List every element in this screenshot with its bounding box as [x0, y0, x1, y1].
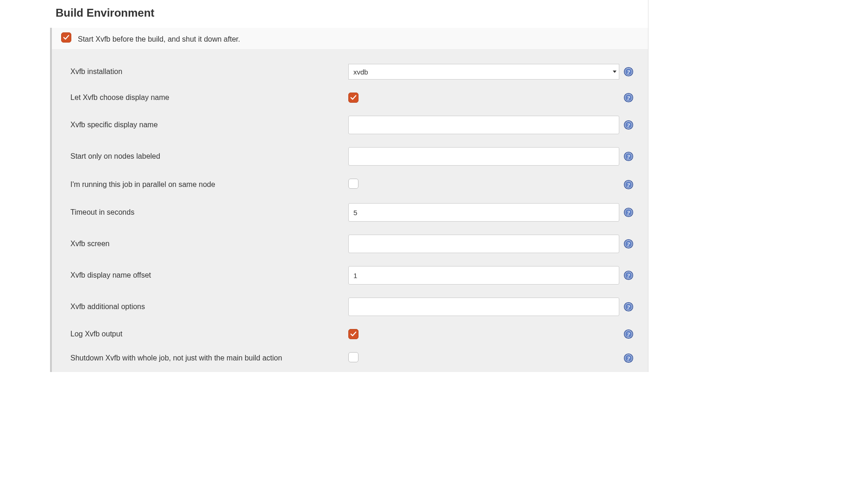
label-log-output: Log Xvfb output: [70, 330, 348, 338]
svg-text:?: ?: [627, 210, 630, 216]
row-timeout-seconds: Timeout in seconds ?: [52, 197, 648, 228]
label-parallel-same-node: I'm running this job in parallel on same…: [70, 180, 348, 189]
label-xvfb-installation: Xvfb installation: [70, 68, 348, 76]
row-parallel-same-node: I'm running this job in parallel on same…: [52, 172, 648, 197]
row-display-name-offset: Xvfb display name offset ?: [52, 260, 648, 291]
check-icon: [350, 94, 357, 101]
start-xvfb-row: Start Xvfb before the build, and shut it…: [50, 28, 648, 49]
check-icon: [350, 331, 357, 337]
config-panel: Build Environment Start Xvfb before the …: [46, 0, 648, 372]
select-xvfb-installation[interactable]: xvdb: [348, 64, 619, 80]
help-icon[interactable]: ?: [623, 239, 634, 249]
help-icon[interactable]: ?: [623, 93, 634, 103]
help-icon[interactable]: ?: [623, 270, 634, 280]
input-additional-options[interactable]: [348, 298, 619, 316]
svg-text:?: ?: [627, 95, 630, 101]
input-nodes-labeled[interactable]: [348, 147, 619, 166]
checkbox-choose-display-name[interactable]: [348, 93, 359, 103]
svg-text:?: ?: [627, 181, 630, 188]
row-shutdown-whole-job: Shutdown Xvfb with whole job, not just w…: [52, 346, 648, 370]
row-choose-display-name: Let Xvfb choose display name ?: [52, 86, 648, 109]
svg-text:?: ?: [627, 241, 630, 248]
row-additional-options: Xvfb additional options ?: [52, 291, 648, 323]
help-icon[interactable]: ?: [623, 67, 634, 77]
svg-text:?: ?: [627, 331, 630, 338]
start-xvfb-label: Start Xvfb before the build, and shut it…: [78, 35, 240, 43]
svg-text:?: ?: [627, 304, 630, 310]
help-icon[interactable]: ?: [623, 329, 634, 339]
label-timeout-seconds: Timeout in seconds: [70, 208, 348, 217]
checkbox-log-output[interactable]: [348, 329, 359, 339]
help-icon[interactable]: ?: [623, 302, 634, 312]
row-specific-display-name: Xvfb specific display name ?: [52, 109, 648, 141]
label-display-name-offset: Xvfb display name offset: [70, 271, 348, 279]
label-shutdown-whole-job: Shutdown Xvfb with whole job, not just w…: [70, 354, 348, 362]
label-nodes-labeled: Start only on nodes labeled: [70, 152, 348, 161]
svg-text:?: ?: [627, 122, 630, 129]
svg-text:?: ?: [627, 154, 630, 160]
checkbox-shutdown-whole-job[interactable]: [348, 352, 359, 362]
help-icon[interactable]: ?: [623, 120, 634, 130]
checkbox-parallel-same-node[interactable]: [348, 179, 359, 189]
label-choose-display-name: Let Xvfb choose display name: [70, 93, 348, 102]
svg-text:?: ?: [627, 273, 630, 279]
label-xvfb-screen: Xvfb screen: [70, 240, 348, 248]
help-icon[interactable]: ?: [623, 207, 634, 217]
select-wrap-xvfb-installation: xvdb: [348, 64, 619, 80]
input-specific-display-name[interactable]: [348, 116, 619, 134]
row-xvfb-screen: Xvfb screen ?: [52, 228, 648, 260]
check-icon: [63, 34, 69, 41]
section-title: Build Environment: [46, 0, 648, 28]
row-log-output: Log Xvfb output ?: [52, 323, 648, 346]
row-xvfb-installation: Xvfb installation xvdb ?: [52, 57, 648, 86]
input-timeout-seconds[interactable]: [348, 203, 619, 222]
svg-text:?: ?: [627, 355, 630, 361]
label-specific-display-name: Xvfb specific display name: [70, 121, 348, 129]
label-additional-options: Xvfb additional options: [70, 303, 348, 311]
help-icon[interactable]: ?: [623, 151, 634, 161]
help-icon[interactable]: ?: [623, 353, 634, 363]
svg-text:?: ?: [627, 69, 630, 75]
input-display-name-offset[interactable]: [348, 266, 619, 285]
row-nodes-labeled: Start only on nodes labeled ?: [52, 141, 648, 172]
xvfb-fields-block: Xvfb installation xvdb ? Let Xvfb choose…: [50, 49, 648, 372]
help-icon[interactable]: ?: [623, 180, 634, 190]
start-xvfb-checkbox[interactable]: [61, 32, 71, 43]
input-xvfb-screen[interactable]: [348, 235, 619, 253]
